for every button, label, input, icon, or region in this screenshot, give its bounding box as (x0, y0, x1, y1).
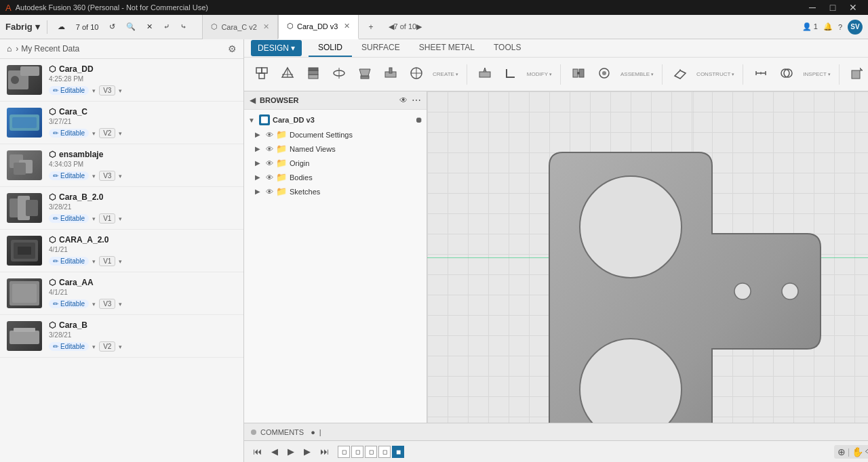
measure-button[interactable] (749, 64, 773, 85)
tree-eye-icon[interactable]: 👁 (266, 188, 273, 196)
list-item[interactable]: ⬡ ensamblaje 4:34:03 PM ✏Editable ▾ V3 ▾ (0, 144, 243, 187)
playback-end-button[interactable]: ⏭ (317, 445, 332, 458)
search-button[interactable]: 🔍 (123, 21, 139, 33)
tree-eye-icon[interactable]: 👁 (266, 159, 273, 167)
list-item[interactable]: ⬡ Cara_C 3/27/21 ✏Editable ▾ V2 ▾ (0, 102, 243, 144)
playback-prev-button[interactable]: ◀ (268, 445, 281, 458)
list-item[interactable]: ⬡ Cara_DD 4:25:28 PM ✏Editable ▾ V3 ▾ (0, 59, 243, 102)
joint-button[interactable] (566, 64, 591, 85)
editable-badge[interactable]: ✏Editable (49, 214, 89, 223)
component-icon: ⬡ (49, 320, 56, 330)
version-badge[interactable]: V1 (99, 213, 115, 224)
joint-icon (572, 66, 585, 83)
tree-eye-icon[interactable]: 👁 (266, 173, 273, 182)
version-badge[interactable]: V3 (99, 299, 115, 309)
timeline-btn-1[interactable]: ◻ (338, 446, 350, 458)
editable-badge[interactable]: ✏Editable (49, 299, 89, 308)
help-icon[interactable]: ? (838, 23, 842, 31)
list-item[interactable]: ⬡ Cara_B_2.0 3/28/21 ✏Editable ▾ V1 ▾ (0, 187, 243, 230)
ribbon-tools: CREATE ▾ (244, 58, 868, 91)
insert-button[interactable] (845, 64, 868, 85)
tree-sketches-item[interactable]: ▶ 👁 📁 Sketches (244, 184, 427, 198)
tab-solid[interactable]: SOLID (309, 39, 352, 57)
editable-badge[interactable]: ✏Editable (49, 342, 89, 351)
editable-badge[interactable]: ✏Editable (49, 257, 89, 266)
version-badge[interactable]: V2 (99, 128, 115, 138)
tab-surface[interactable]: SURFACE (352, 39, 410, 57)
playback-play-button[interactable]: ▶ (284, 445, 298, 458)
rib-button[interactable] (378, 64, 403, 85)
tab-tools[interactable]: TOOLS (484, 39, 530, 57)
create-sketch-button[interactable] (275, 64, 300, 85)
timeline-btn-5[interactable]: ◼ (392, 446, 404, 458)
minimize-button[interactable]: ─ (803, 0, 822, 15)
tree-eye-icon[interactable]: 👁 (266, 145, 273, 153)
fillet-button[interactable] (498, 64, 523, 85)
editable-badge[interactable]: ✏Editable (49, 171, 89, 180)
save-cloud-button[interactable]: ☁ (54, 21, 68, 33)
list-item[interactable]: ⬡ Cara_AA 4/1/21 ✏Editable ▾ V3 ▾ (0, 272, 243, 315)
tab-cara-dd-close[interactable]: ✕ (344, 22, 350, 30)
orbit-icon[interactable]: ⊕ (837, 446, 846, 457)
tab-cara-c[interactable]: ⬡ Cara_C v2 ✕ (202, 15, 278, 39)
tab-cara-dd[interactable]: ⬡ Cara_DD v3 ✕ (278, 15, 359, 39)
tree-root-item[interactable]: ▼ Cara_DD v3 ⏺ (244, 112, 427, 127)
notifications-icon[interactable]: 🔔 (823, 22, 833, 31)
plane-button[interactable] (668, 64, 692, 85)
new-component-button[interactable] (250, 64, 274, 85)
playback-start-button[interactable]: ⏮ (250, 445, 265, 458)
close-button[interactable]: ✕ (844, 0, 863, 15)
timeline-btn-2[interactable]: ◻ (351, 446, 363, 458)
refresh-button[interactable]: ↺ (106, 21, 119, 33)
construct-group: CONSTRUCT ▾ (668, 64, 743, 85)
version-badge[interactable]: V1 (99, 256, 115, 266)
tab-sheet-metal[interactable]: SHEET METAL (410, 39, 484, 57)
viewport[interactable]: RIGHT (427, 91, 868, 423)
tree-eye-icon[interactable]: 👁 (266, 131, 273, 139)
browser-options-icon[interactable]: ⋯ (412, 95, 421, 106)
browser-visibility-icon[interactable]: 👁 (399, 96, 408, 105)
redo-button[interactable]: ⤷ (177, 21, 190, 33)
loft-button[interactable] (353, 64, 377, 85)
design-dropdown[interactable]: DESIGN ▾ (251, 40, 302, 56)
extrude-button[interactable] (301, 64, 326, 85)
playback-next-button[interactable]: ▶ (300, 445, 314, 458)
editable-badge[interactable]: ✏Editable (49, 129, 89, 138)
file-list: ⬡ Cara_DD 4:25:28 PM ✏Editable ▾ V3 ▾ (0, 59, 243, 462)
user-avatar[interactable]: SV (848, 20, 863, 35)
web-button[interactable] (404, 64, 429, 85)
tab-cara-c-close[interactable]: ✕ (263, 22, 269, 31)
maximize-button[interactable]: □ (823, 0, 842, 15)
panel-settings-icon[interactable]: ⚙ (228, 43, 237, 54)
timeline-btn-3[interactable]: ◻ (365, 446, 377, 458)
interference-button[interactable] (774, 64, 799, 85)
undo-button[interactable]: ⤶ (160, 21, 173, 33)
tab-add-button[interactable]: + (363, 22, 378, 32)
new-component-icon (255, 66, 269, 83)
look-at-icon[interactable]: 👁 (865, 446, 868, 457)
version-badge[interactable]: V2 (99, 341, 115, 352)
pan-icon[interactable]: ✋ (852, 446, 863, 457)
revolve-button[interactable] (327, 64, 351, 85)
version-badge[interactable]: V3 (99, 171, 115, 181)
tree-origin-item[interactable]: ▶ 👁 📁 Origin (244, 156, 427, 170)
rigid-group-button[interactable] (592, 64, 616, 85)
create-sketch-icon (281, 66, 294, 83)
list-item[interactable]: ⬡ Cara_B 3/28/21 ✏Editable ▾ V2 ▾ (0, 315, 243, 358)
brand-logo[interactable]: Fabrig ▾ (5, 22, 40, 32)
svg-rect-4 (12, 117, 37, 128)
browser-collapse-button[interactable]: ◀ (250, 96, 256, 105)
list-item[interactable]: ⬡ CARA_A_2.0 4/1/21 ✏Editable ▾ V1 ▾ (0, 230, 243, 272)
tree-named-views-item[interactable]: ▶ 👁 📁 Named Views (244, 142, 427, 156)
loft-icon (358, 66, 372, 83)
document-tabs: ⬡ Cara_C v2 ✕ ⬡ Cara_DD v3 ✕ (202, 15, 359, 39)
home-icon[interactable]: ⌂ (7, 44, 12, 54)
tree-document-settings-item[interactable]: ▶ 👁 📁 Document Settings (244, 127, 427, 142)
editable-badge[interactable]: ✏Editable (49, 86, 89, 95)
cancel-button[interactable]: ✕ (143, 21, 156, 33)
timeline-btn-4[interactable]: ◻ (378, 446, 391, 458)
tree-bodies-item[interactable]: ▶ 👁 📁 Bodies (244, 170, 427, 184)
file-count-button[interactable]: 7 of 10 (73, 22, 102, 33)
version-badge[interactable]: V3 (99, 85, 115, 96)
press-pull-button[interactable] (473, 64, 497, 85)
